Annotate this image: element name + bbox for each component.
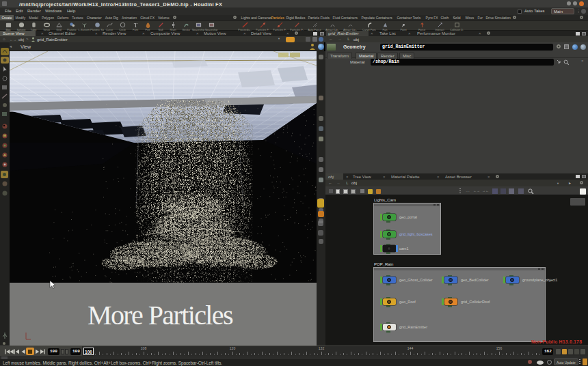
- svg-text:T: T: [133, 22, 137, 28]
- svg-text:More Particles: More Particles: [88, 300, 233, 330]
